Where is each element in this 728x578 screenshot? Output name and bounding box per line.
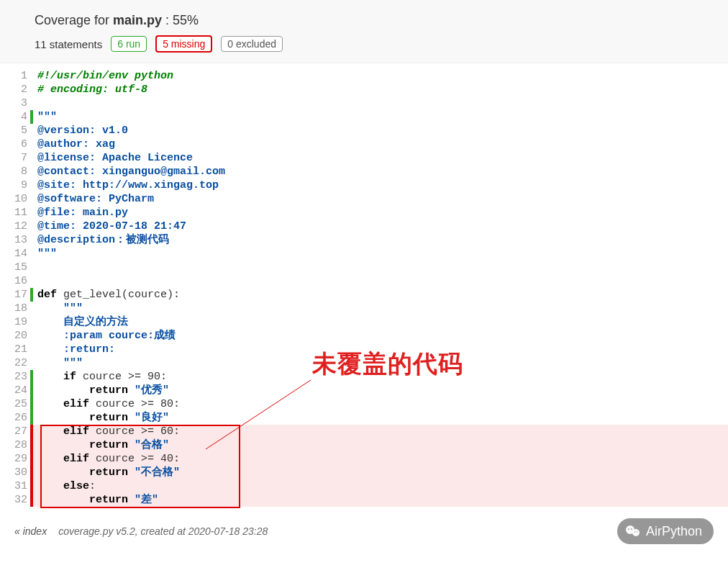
line-number[interactable]: 32 (0, 493, 27, 507)
code-line: @software: PyCharm (33, 192, 728, 206)
line-number[interactable]: 20 (0, 329, 27, 343)
footer: « index coverage.py v5.2, created at 202… (0, 507, 728, 556)
line-number[interactable]: 21 (0, 343, 27, 356)
line-number[interactable]: 10 (0, 192, 27, 206)
coverage-header: Coverage for main.py : 55% 11 statements… (0, 0, 728, 63)
code-line (33, 274, 728, 288)
code-line: @version: v1.0 (33, 124, 728, 137)
code-line: """ (33, 356, 728, 370)
code-line: elif cource >= 60: (33, 425, 728, 438)
code-line: #!/usr/bin/env python (33, 69, 728, 83)
line-number[interactable]: 9 (0, 179, 27, 192)
code-line: return "差" (33, 493, 728, 507)
footer-info: coverage.py v5.2, created at 2020-07-18 … (58, 525, 268, 537)
code-line: """ (33, 110, 728, 124)
svg-point-4 (631, 528, 632, 530)
code-line: :param cource:成绩 (33, 329, 728, 343)
code-line: """ (33, 247, 728, 261)
page-title: Coverage for main.py : 55% (35, 13, 693, 28)
line-number[interactable]: 23 (0, 370, 27, 384)
code-line: return "合格" (33, 438, 728, 452)
code-line: 自定义的方法 (33, 315, 728, 329)
code-line: return "优秀" (33, 384, 728, 397)
line-number[interactable]: 12 (0, 220, 27, 233)
code-line: @contact: xinganguo@gmail.com (33, 165, 728, 179)
line-number[interactable]: 6 (0, 137, 27, 151)
wechat-icon (624, 523, 642, 540)
line-number[interactable]: 16 (0, 274, 27, 288)
code-line: @time: 2020-07-18 21:47 (33, 220, 728, 233)
excluded-badge[interactable]: 0 excluded (221, 36, 283, 52)
line-number[interactable]: 3 (0, 96, 27, 110)
line-number[interactable]: 1 (0, 69, 27, 83)
line-number[interactable]: 22 (0, 356, 27, 370)
code-line: @file: main.py (33, 206, 728, 220)
watermark: AirPython (617, 518, 714, 544)
code-line (33, 96, 728, 110)
title-prefix: Coverage for (35, 13, 113, 27)
line-number[interactable]: 24 (0, 384, 27, 397)
title-suffix: : 55% (162, 13, 199, 27)
statements-count: 11 statements (35, 38, 102, 50)
svg-point-5 (634, 531, 635, 532)
code-line: if cource >= 90: (33, 370, 728, 384)
line-number[interactable]: 8 (0, 165, 27, 179)
line-number[interactable]: 15 (0, 261, 27, 274)
line-number[interactable]: 7 (0, 151, 27, 165)
line-number[interactable]: 4 (0, 110, 27, 124)
code-line (33, 261, 728, 274)
svg-point-2 (632, 529, 640, 536)
line-number[interactable]: 19 (0, 315, 27, 329)
svg-point-3 (628, 528, 629, 530)
code-line: @description：被测代码 (33, 233, 728, 247)
line-number[interactable]: 13 (0, 233, 27, 247)
watermark-text: AirPython (646, 524, 702, 539)
line-number[interactable]: 28 (0, 438, 27, 452)
index-link[interactable]: « index (14, 525, 47, 537)
line-number[interactable]: 11 (0, 206, 27, 220)
line-number[interactable]: 14 (0, 247, 27, 261)
code-line: elif cource >= 40: (33, 452, 728, 466)
source-code: #!/usr/bin/env python# encoding: utf-8 "… (33, 69, 728, 507)
line-number[interactable]: 5 (0, 124, 27, 137)
code-line: :return: (33, 343, 728, 356)
line-number-gutter: 1234567891011121314151617181920212223242… (0, 69, 30, 507)
code-line: @site: http://www.xingag.top (33, 179, 728, 192)
line-number[interactable]: 30 (0, 466, 27, 479)
code-line: return "良好" (33, 411, 728, 425)
title-filename: main.py (113, 13, 162, 27)
code-line: def get_level(cource): (33, 288, 728, 302)
svg-point-6 (637, 531, 637, 532)
line-number[interactable]: 2 (0, 83, 27, 96)
line-number[interactable]: 18 (0, 302, 27, 315)
code-line: @license: Apache Licence (33, 151, 728, 165)
code-line: return "不合格" (33, 466, 728, 479)
line-number[interactable]: 25 (0, 397, 27, 411)
code-line: elif cource >= 80: (33, 397, 728, 411)
code-line: """ (33, 302, 728, 315)
line-number[interactable]: 17 (0, 288, 27, 302)
line-number[interactable]: 29 (0, 452, 27, 466)
line-number[interactable]: 26 (0, 411, 27, 425)
line-number[interactable]: 31 (0, 479, 27, 493)
code-line: # encoding: utf-8 (33, 83, 728, 96)
code-area: 1234567891011121314151617181920212223242… (0, 63, 728, 507)
stats-row: 11 statements 6 run 5 missing 0 excluded (35, 35, 693, 53)
code-line: else: (33, 479, 728, 493)
run-badge[interactable]: 6 run (111, 36, 147, 52)
line-number[interactable]: 27 (0, 425, 27, 438)
missing-badge[interactable]: 5 missing (155, 35, 212, 53)
code-line: @author: xag (33, 137, 728, 151)
